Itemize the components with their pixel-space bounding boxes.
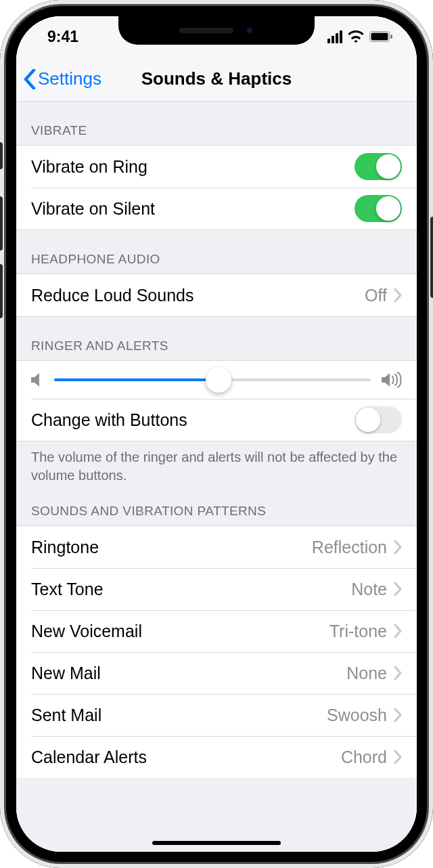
row-label: New Voicemail bbox=[31, 622, 329, 641]
row-value: Tri-tone bbox=[329, 622, 387, 641]
toggle-vibrate-on-ring[interactable] bbox=[355, 153, 402, 180]
row-label: Change with Buttons bbox=[31, 410, 355, 430]
row-calendar-alerts[interactable]: Calendar Alerts Chord bbox=[16, 736, 417, 778]
row-label: Text Tone bbox=[31, 580, 351, 599]
toggle-vibrate-on-silent[interactable] bbox=[355, 195, 402, 222]
speaker-high-icon bbox=[382, 372, 402, 388]
section-footer-ringer: The volume of the ringer and alerts will… bbox=[16, 441, 417, 487]
row-new-mail[interactable]: New Mail None bbox=[16, 652, 417, 694]
row-label: New Mail bbox=[31, 664, 346, 683]
home-indicator[interactable] bbox=[152, 841, 281, 845]
hw-volume-down bbox=[0, 264, 3, 318]
row-ringtone[interactable]: Ringtone Reflection bbox=[16, 526, 417, 568]
wifi-icon bbox=[348, 30, 364, 43]
chevron-right-icon bbox=[394, 666, 402, 680]
row-label: Vibrate on Ring bbox=[31, 157, 355, 177]
row-reduce-loud-sounds[interactable]: Reduce Loud Sounds Off bbox=[16, 274, 417, 316]
row-label: Vibrate on Silent bbox=[31, 199, 355, 219]
chevron-right-icon bbox=[394, 582, 402, 596]
back-label: Settings bbox=[38, 68, 101, 89]
section-header-vibrate: Vibrate bbox=[16, 102, 417, 145]
nav-bar: Settings Sounds & Haptics bbox=[16, 57, 417, 102]
row-value: Swoosh bbox=[327, 706, 387, 725]
row-ringer-volume bbox=[16, 361, 417, 399]
slider-fill bbox=[54, 378, 219, 381]
group-headphone: Reduce Loud Sounds Off bbox=[16, 274, 417, 317]
section-header-headphone: Headphone Audio bbox=[16, 230, 417, 274]
back-button[interactable]: Settings bbox=[23, 57, 101, 101]
toggle-change-with-buttons[interactable] bbox=[355, 406, 402, 433]
group-patterns: Ringtone Reflection Text Tone Note New V… bbox=[16, 525, 417, 778]
row-vibrate-on-ring[interactable]: Vibrate on Ring bbox=[16, 146, 417, 188]
row-change-with-buttons[interactable]: Change with Buttons bbox=[16, 399, 417, 441]
row-vibrate-on-silent[interactable]: Vibrate on Silent bbox=[16, 188, 417, 230]
speaker-low-icon bbox=[31, 372, 43, 387]
row-sent-mail[interactable]: Sent Mail Swoosh bbox=[16, 694, 417, 736]
row-label: Calendar Alerts bbox=[31, 747, 341, 767]
hw-volume-up bbox=[0, 196, 3, 251]
row-label: Ringtone bbox=[31, 538, 312, 557]
hw-mute-switch bbox=[0, 142, 3, 169]
svg-rect-2 bbox=[390, 35, 392, 39]
battery-icon bbox=[369, 31, 392, 42]
front-camera bbox=[246, 26, 254, 35]
cellular-icon bbox=[327, 30, 342, 43]
row-value: Reflection bbox=[312, 538, 387, 557]
row-new-voicemail[interactable]: New Voicemail Tri-tone bbox=[16, 610, 417, 652]
svg-rect-1 bbox=[371, 33, 388, 41]
row-value: Note bbox=[351, 580, 387, 599]
notch bbox=[118, 16, 315, 45]
group-ringer: Change with Buttons bbox=[16, 360, 417, 441]
row-value: Off bbox=[365, 286, 387, 305]
chevron-right-icon bbox=[394, 750, 402, 764]
section-header-ringer: Ringer and Alerts bbox=[16, 317, 417, 360]
group-vibrate: Vibrate on Ring Vibrate on Silent bbox=[16, 145, 417, 230]
row-text-tone[interactable]: Text Tone Note bbox=[16, 568, 417, 610]
hw-side-button bbox=[430, 217, 433, 298]
screen: 9:41 Settings Sounds & Haptics bbox=[16, 16, 417, 852]
ringer-volume-slider[interactable] bbox=[54, 378, 371, 381]
status-time: 9:41 bbox=[47, 28, 78, 46]
page-title: Sounds & Haptics bbox=[141, 68, 292, 89]
chevron-right-icon bbox=[394, 624, 402, 638]
section-header-patterns: Sounds and Vibration Patterns bbox=[16, 487, 417, 525]
chevron-right-icon bbox=[394, 708, 402, 722]
row-label: Reduce Loud Sounds bbox=[31, 286, 365, 305]
row-label: Sent Mail bbox=[31, 706, 327, 725]
speaker-grille bbox=[179, 28, 233, 33]
chevron-right-icon bbox=[394, 540, 402, 554]
phone-frame: 9:41 Settings Sounds & Haptics bbox=[0, 0, 433, 868]
chevron-right-icon bbox=[394, 288, 402, 302]
slider-thumb[interactable] bbox=[206, 367, 231, 393]
content-scroll[interactable]: Vibrate Vibrate on Ring Vibrate on Silen… bbox=[16, 102, 417, 852]
row-value: Chord bbox=[341, 747, 387, 767]
row-value: None bbox=[346, 664, 387, 683]
